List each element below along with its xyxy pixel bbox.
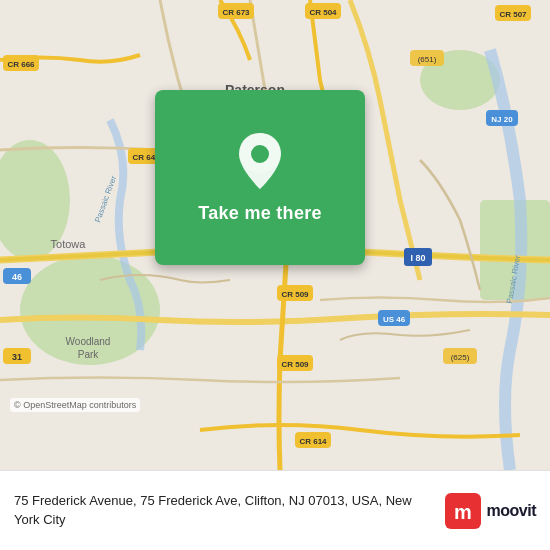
svg-point-43 xyxy=(251,145,269,163)
svg-text:(625): (625) xyxy=(451,353,470,362)
svg-text:31: 31 xyxy=(12,352,22,362)
svg-text:CR 666: CR 666 xyxy=(7,60,35,69)
take-me-there-card[interactable]: Take me there xyxy=(155,90,365,265)
svg-text:CR 673: CR 673 xyxy=(222,8,250,17)
svg-text:Woodland: Woodland xyxy=(66,336,111,347)
svg-text:CR 504: CR 504 xyxy=(309,8,337,17)
map-container: CR 673 CR 507 CR 504 (651) NJ 20 CR 666 … xyxy=(0,0,550,470)
svg-text:CR 509: CR 509 xyxy=(281,290,309,299)
svg-text:46: 46 xyxy=(12,272,22,282)
svg-text:CR 509: CR 509 xyxy=(281,360,309,369)
bottom-bar: 75 Frederick Avenue, 75 Frederick Ave, C… xyxy=(0,470,550,550)
svg-text:I 80: I 80 xyxy=(410,253,425,263)
svg-text:NJ 20: NJ 20 xyxy=(491,115,513,124)
take-me-there-button[interactable]: Take me there xyxy=(198,203,322,224)
svg-text:(651): (651) xyxy=(418,55,437,64)
svg-text:CR 507: CR 507 xyxy=(499,10,527,19)
svg-text:US 46: US 46 xyxy=(383,315,406,324)
location-pin-icon xyxy=(235,131,285,191)
svg-text:Totowa: Totowa xyxy=(51,238,87,250)
osm-credit: © OpenStreetMap contributors xyxy=(10,398,140,412)
moovit-brand-icon: m xyxy=(445,493,481,529)
moovit-logo: m moovit xyxy=(445,493,536,529)
svg-text:m: m xyxy=(454,501,472,523)
address-text: 75 Frederick Avenue, 75 Frederick Ave, C… xyxy=(14,492,435,528)
svg-text:Park: Park xyxy=(78,349,100,360)
moovit-brand-name: moovit xyxy=(487,502,536,520)
svg-text:CR 614: CR 614 xyxy=(299,437,327,446)
